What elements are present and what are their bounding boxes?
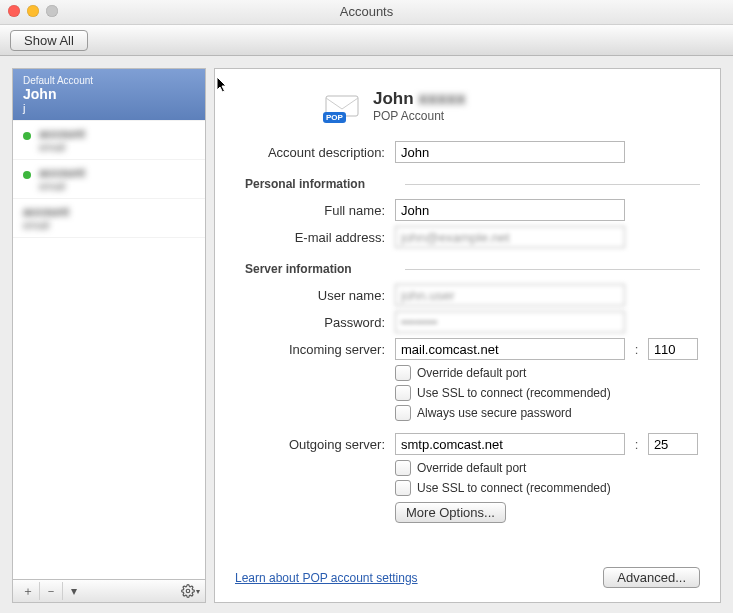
account-name: John xyxy=(23,86,195,102)
account-name: account xyxy=(39,166,195,180)
account-email: email xyxy=(39,180,195,192)
add-account-button[interactable]: ＋ xyxy=(17,582,40,600)
account-item[interactable]: account email xyxy=(13,121,205,160)
label-outgoing: Outgoing server: xyxy=(235,437,395,452)
outgoing-port-input[interactable] xyxy=(648,433,698,455)
header-name-blur: xxxxx xyxy=(418,89,465,108)
use-ssl-checkbox-out[interactable] xyxy=(395,480,411,496)
override-port-checkbox[interactable] xyxy=(395,365,411,381)
section-personal: Personal information xyxy=(235,177,405,191)
use-ssl-label-out: Use SSL to connect (recommended) xyxy=(417,481,611,495)
account-item[interactable]: account email xyxy=(13,199,205,238)
label-description: Account description: xyxy=(235,145,395,160)
titlebar: Accounts xyxy=(0,0,733,25)
override-port-label-out: Override default port xyxy=(417,461,526,475)
port-separator: : xyxy=(635,437,639,452)
label-username: User name: xyxy=(235,288,395,303)
dropdown-icon[interactable]: ▾ xyxy=(63,582,85,600)
learn-link[interactable]: Learn about POP account settings xyxy=(235,571,418,585)
override-port-label: Override default port xyxy=(417,366,526,380)
advanced-button[interactable]: Advanced... xyxy=(603,567,700,588)
account-email: j xyxy=(23,102,195,114)
sidebar-footer: ＋ － ▾ ▾ xyxy=(13,579,205,602)
account-item[interactable]: account email xyxy=(13,160,205,199)
secure-password-label: Always use secure password xyxy=(417,406,572,420)
remove-account-button[interactable]: － xyxy=(40,582,63,600)
status-dot-icon xyxy=(23,132,31,140)
email-input[interactable] xyxy=(395,226,625,248)
password-input[interactable] xyxy=(395,311,625,333)
account-details: POP John xxxxx POP Account Account descr… xyxy=(214,68,721,603)
account-name: account xyxy=(39,127,195,141)
mail-icon: POP xyxy=(325,93,359,119)
pop-badge: POP xyxy=(323,112,346,123)
divider xyxy=(405,184,700,185)
header-type: POP Account xyxy=(373,109,466,123)
label-fullname: Full name: xyxy=(235,203,395,218)
override-port-checkbox-out[interactable] xyxy=(395,460,411,476)
account-name: account xyxy=(23,205,195,219)
window-title: Accounts xyxy=(0,4,733,19)
use-ssl-label: Use SSL to connect (recommended) xyxy=(417,386,611,400)
incoming-port-input[interactable] xyxy=(648,338,698,360)
status-dot-icon xyxy=(23,171,31,179)
outgoing-server-input[interactable] xyxy=(395,433,625,455)
label-incoming: Incoming server: xyxy=(235,342,395,357)
toolbar: Show All xyxy=(0,25,733,56)
secure-password-checkbox[interactable] xyxy=(395,405,411,421)
gear-icon[interactable]: ▾ xyxy=(179,582,201,600)
incoming-server-input[interactable] xyxy=(395,338,625,360)
show-all-button[interactable]: Show All xyxy=(10,30,88,51)
description-input[interactable] xyxy=(395,141,625,163)
divider xyxy=(405,269,700,270)
use-ssl-checkbox[interactable] xyxy=(395,385,411,401)
account-email: email xyxy=(23,219,195,231)
default-account-label: Default Account xyxy=(23,75,195,86)
more-options-button[interactable]: More Options... xyxy=(395,502,506,523)
accounts-sidebar: Default Account John j account email acc… xyxy=(12,68,206,603)
label-email: E-mail address: xyxy=(235,230,395,245)
fullname-input[interactable] xyxy=(395,199,625,221)
header-name: John xyxy=(373,89,414,108)
svg-point-0 xyxy=(186,589,190,593)
port-separator: : xyxy=(635,342,639,357)
account-email: email xyxy=(39,141,195,153)
label-password: Password: xyxy=(235,315,395,330)
account-item-selected[interactable]: Default Account John j xyxy=(13,69,205,121)
section-server: Server information xyxy=(235,262,405,276)
username-input[interactable] xyxy=(395,284,625,306)
